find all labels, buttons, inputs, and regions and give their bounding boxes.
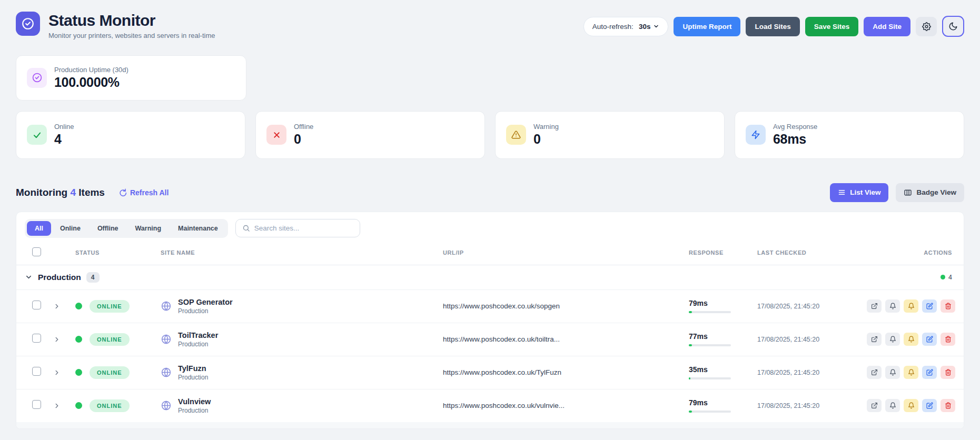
chevron-right-icon[interactable] bbox=[53, 336, 75, 343]
brand: Status Monitor Monitor your printers, we… bbox=[16, 12, 215, 39]
edit-icon bbox=[926, 402, 933, 409]
check-circle-icon bbox=[21, 17, 35, 31]
load-sites-button[interactable]: Load Sites bbox=[746, 17, 799, 36]
chevron-right-icon[interactable] bbox=[53, 369, 75, 376]
site-environment: Production bbox=[178, 341, 218, 348]
bell-icon bbox=[889, 303, 896, 309]
site-name: TylFuzn bbox=[178, 364, 208, 373]
page-subtitle: Monitor your printers, websites and serv… bbox=[48, 32, 215, 39]
auto-refresh-select[interactable]: 30s bbox=[639, 23, 660, 31]
site-url: https://www.poshcodex.co.uk/TylFuzn bbox=[443, 368, 689, 376]
row-checkbox[interactable] bbox=[32, 301, 41, 309]
status-monitor-page: Status Monitor Monitor your printers, we… bbox=[0, 0, 980, 429]
delete-site-button[interactable] bbox=[941, 366, 955, 379]
panel-footer bbox=[16, 422, 964, 428]
globe-icon bbox=[161, 400, 172, 411]
trash-icon bbox=[945, 369, 952, 376]
snooze-bell-icon bbox=[908, 369, 915, 376]
stat-value: 0 bbox=[533, 132, 559, 147]
edit-site-button[interactable] bbox=[922, 399, 937, 412]
bell-icon bbox=[889, 402, 896, 409]
uptime-label: Production Uptime (30d) bbox=[54, 66, 128, 74]
monitoring-bar: Monitoring 4 Items Refresh All List View bbox=[16, 183, 964, 202]
last-checked: 17/08/2025, 21:45:20 bbox=[757, 336, 863, 343]
notify-button[interactable] bbox=[885, 366, 900, 379]
add-site-button[interactable]: Add Site bbox=[864, 17, 910, 36]
table-row: ONLINE TylFuzn Production https://www.po… bbox=[16, 356, 964, 389]
refresh-all-button[interactable]: Refresh All bbox=[118, 188, 169, 197]
site-environment: Production bbox=[178, 307, 233, 315]
snooze-alerts-button[interactable] bbox=[904, 299, 918, 313]
list-icon bbox=[838, 188, 846, 196]
open-site-button[interactable] bbox=[867, 399, 882, 412]
gear-icon bbox=[922, 22, 931, 31]
search-box bbox=[235, 219, 360, 237]
notify-button[interactable] bbox=[885, 399, 900, 412]
tab-maintenance[interactable]: Maintenance bbox=[170, 221, 226, 236]
uptime-check-icon bbox=[27, 68, 47, 88]
stat-value: 0 bbox=[294, 132, 313, 147]
check-icon bbox=[27, 125, 47, 145]
snooze-bell-icon bbox=[908, 336, 915, 343]
site-url: https://www.poshcodex.co.uk/sopgen bbox=[443, 302, 689, 310]
open-site-button[interactable] bbox=[867, 299, 882, 313]
view-toggle: List View Badge View bbox=[830, 183, 964, 202]
snooze-bell-icon bbox=[908, 303, 915, 309]
uptime-report-button[interactable]: Uptime Report bbox=[674, 17, 740, 36]
group-row-production[interactable]: Production 4 4 bbox=[16, 265, 964, 289]
snooze-alerts-button[interactable] bbox=[904, 333, 918, 346]
notify-button[interactable] bbox=[885, 299, 900, 313]
edit-site-button[interactable] bbox=[922, 333, 937, 346]
external-link-icon bbox=[871, 369, 878, 376]
response-time: 79ms bbox=[689, 398, 757, 407]
settings-button[interactable] bbox=[916, 17, 937, 36]
chevron-down-icon[interactable] bbox=[25, 273, 33, 281]
edit-site-button[interactable] bbox=[922, 299, 937, 313]
response-bar bbox=[689, 377, 731, 379]
globe-icon bbox=[161, 301, 172, 312]
status-dot bbox=[75, 402, 82, 409]
tab-online[interactable]: Online bbox=[52, 221, 88, 236]
open-site-button[interactable] bbox=[867, 366, 882, 379]
tab-all[interactable]: All bbox=[27, 221, 51, 236]
row-checkbox[interactable] bbox=[32, 367, 41, 376]
list-view-button[interactable]: List View bbox=[830, 183, 888, 202]
stat-value: 4 bbox=[54, 132, 74, 147]
site-name: ToilTracker bbox=[178, 331, 218, 339]
save-sites-button[interactable]: Save Sites bbox=[805, 17, 859, 36]
open-site-button[interactable] bbox=[867, 333, 882, 346]
external-link-icon bbox=[871, 303, 878, 309]
delete-site-button[interactable] bbox=[941, 399, 955, 412]
badge-view-button[interactable]: Badge View bbox=[896, 183, 964, 202]
tab-warning[interactable]: Warning bbox=[127, 221, 169, 236]
status-badge: ONLINE bbox=[90, 333, 130, 346]
columns-icon bbox=[904, 188, 912, 197]
edit-icon bbox=[926, 303, 933, 309]
refresh-icon bbox=[118, 188, 126, 196]
trash-icon bbox=[945, 336, 952, 343]
chevron-down-icon bbox=[653, 23, 659, 29]
status-badge: ONLINE bbox=[90, 366, 130, 379]
offline-stat-card: Offline 0 bbox=[255, 111, 485, 159]
delete-site-button[interactable] bbox=[941, 299, 955, 313]
dark-mode-toggle[interactable] bbox=[942, 16, 964, 37]
edit-site-button[interactable] bbox=[922, 366, 937, 379]
site-name: Vulnview bbox=[178, 397, 211, 406]
snooze-alerts-button[interactable] bbox=[904, 399, 918, 412]
delete-site-button[interactable] bbox=[941, 333, 955, 346]
trash-icon bbox=[945, 303, 952, 309]
chevron-right-icon[interactable] bbox=[53, 402, 75, 409]
snooze-alerts-button[interactable] bbox=[904, 366, 918, 379]
response-time: 77ms bbox=[689, 332, 757, 341]
search-input[interactable] bbox=[254, 224, 353, 232]
row-checkbox[interactable] bbox=[32, 400, 41, 409]
notify-button[interactable] bbox=[885, 333, 900, 346]
chevron-right-icon[interactable] bbox=[53, 303, 75, 310]
globe-icon bbox=[161, 367, 172, 378]
tab-offline[interactable]: Offline bbox=[90, 221, 126, 236]
column-header-response: RESPONSE bbox=[689, 249, 757, 256]
row-checkbox[interactable] bbox=[32, 334, 41, 343]
site-environment: Production bbox=[178, 407, 211, 414]
column-header-site-name: SITE NAME bbox=[161, 249, 443, 256]
select-all-checkbox[interactable] bbox=[32, 247, 41, 256]
